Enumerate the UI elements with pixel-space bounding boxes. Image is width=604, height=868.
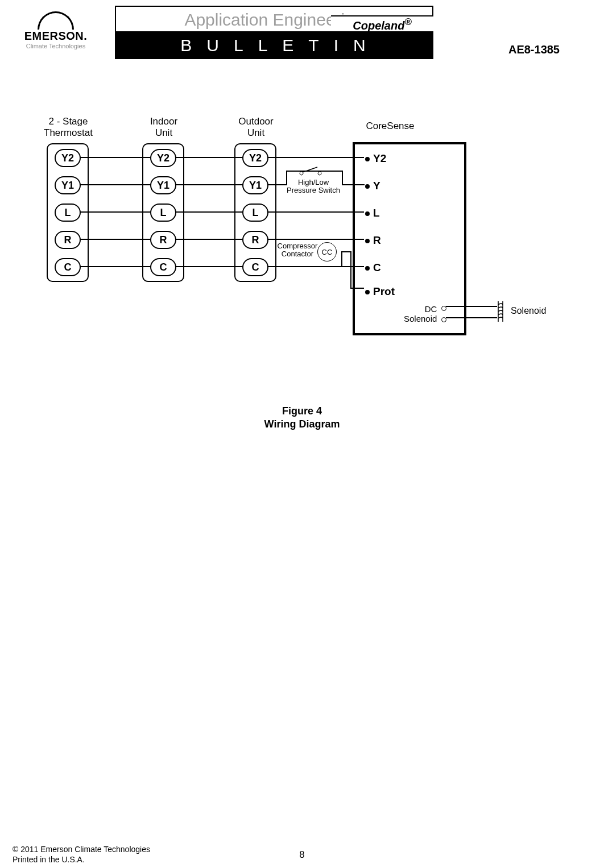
- terminal: Y1: [55, 176, 81, 194]
- terminal-dot: [365, 184, 370, 189]
- wire: [264, 239, 364, 240]
- terminal: L: [55, 203, 81, 222]
- thermostat-box: Y2 Y1 L R C: [47, 143, 89, 282]
- thermostat-label: 2 - StageThermostat: [34, 116, 102, 138]
- solenoid-label: Solenoid: [511, 306, 546, 316]
- wire: [446, 317, 497, 318]
- wire: [321, 171, 343, 172]
- wire: [342, 184, 365, 185]
- figure-caption: Figure 4 Wiring Diagram: [0, 405, 604, 430]
- pressure-switch-label: High/LowPressure Switch: [282, 178, 345, 195]
- indoor-unit-box: Y2 Y1 L R C: [142, 143, 184, 282]
- wire: [350, 251, 351, 289]
- footer-copyright: © 2011 Emerson Climate Technologies Prin…: [13, 844, 150, 865]
- wire: [446, 306, 497, 307]
- terminal: R: [150, 231, 176, 249]
- figure-number: Figure 4: [0, 405, 604, 418]
- dc-solenoid-label: DCSolenoid: [404, 305, 437, 323]
- cs-terminal: Y2: [373, 152, 386, 165]
- figure-title: Wiring Diagram: [0, 418, 604, 431]
- wire: [341, 266, 364, 267]
- copeland-name: Copeland: [353, 19, 404, 32]
- terminal-dot: [365, 266, 370, 271]
- terminal: Y2: [55, 149, 81, 167]
- terminal: Y1: [242, 176, 268, 194]
- cs-terminal: Y: [373, 180, 380, 192]
- emerson-name: EMERSON.: [14, 30, 98, 43]
- page-header: EMERSON. Climate Technologies Applicatio…: [14, 6, 560, 63]
- document-id: AE8-1385: [508, 43, 560, 56]
- cs-terminal: R: [373, 234, 381, 247]
- outdoor-unit-label: OutdoorUnit: [222, 116, 290, 138]
- terminal-dot: [365, 239, 370, 243]
- copeland-registered: ®: [404, 16, 411, 27]
- terminal: C: [242, 258, 268, 276]
- cs-terminal: C: [373, 261, 381, 274]
- terminal: L: [242, 203, 268, 222]
- terminal-dot: [365, 157, 370, 161]
- terminal: R: [55, 231, 81, 249]
- terminal: Y1: [150, 176, 176, 194]
- cs-terminal: L: [373, 207, 380, 219]
- terminal: R: [242, 231, 268, 249]
- wire: [350, 288, 364, 289]
- terminal: Y2: [150, 149, 176, 167]
- printed-line: Printed in the U.S.A.: [13, 854, 150, 865]
- solenoid-icon: [495, 301, 505, 324]
- terminal-dot: [365, 211, 370, 216]
- wire: [264, 211, 364, 213]
- emerson-arc-icon: [38, 11, 74, 30]
- cs-terminal: Prot: [373, 285, 395, 298]
- terminal: C: [150, 258, 176, 276]
- copeland-logo: Copeland® brand products: [331, 15, 433, 31]
- terminal-dot: [365, 290, 370, 294]
- wire: [264, 266, 341, 267]
- terminal: Y2: [242, 149, 268, 167]
- svg-point-1: [318, 172, 321, 175]
- wiring-diagram: 2 - StageThermostat IndoorUnit OutdoorUn…: [34, 116, 569, 400]
- terminal: L: [150, 203, 176, 222]
- wire: [341, 251, 342, 267]
- coresense-label: CoreSense: [356, 121, 424, 132]
- pressure-switch-icon: [299, 166, 320, 174]
- copeland-subtext: brand products: [331, 32, 433, 38]
- contactor-label: CompressorContactor: [266, 242, 329, 259]
- emerson-logo: EMERSON. Climate Technologies: [14, 11, 98, 49]
- copyright-line: © 2011 Emerson Climate Technologies: [13, 844, 150, 854]
- emerson-tagline: Climate Technologies: [14, 43, 98, 49]
- outdoor-unit-box: Y2 Y1 L R C: [234, 143, 276, 282]
- svg-line-2: [303, 167, 317, 172]
- wire: [264, 157, 364, 158]
- indoor-unit-label: IndoorUnit: [130, 116, 198, 138]
- terminal: C: [55, 258, 81, 276]
